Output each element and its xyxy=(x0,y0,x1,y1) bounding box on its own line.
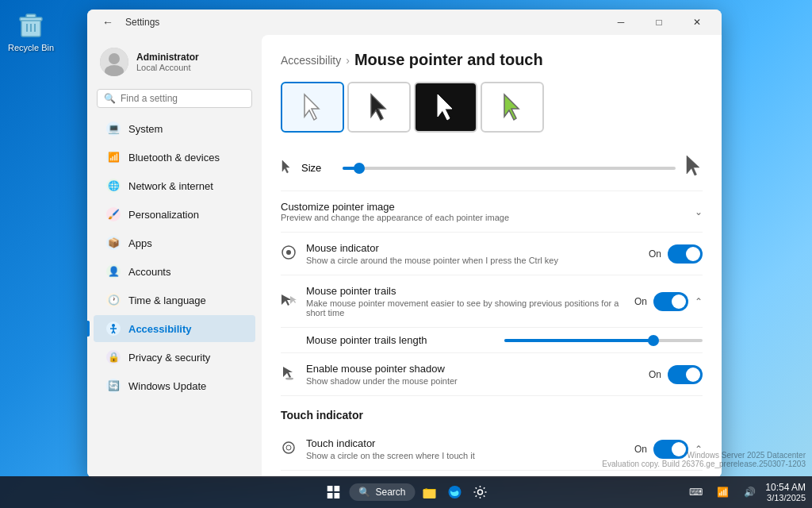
breadcrumb-separator: › xyxy=(346,54,350,67)
customize-chevron-icon: ⌄ xyxy=(695,206,703,217)
trail-length-slider-track[interactable] xyxy=(504,339,703,342)
trail-length-slider-thumb[interactable] xyxy=(648,335,659,346)
touch-indicator-desc: Show a circle on the screen where I touc… xyxy=(306,451,634,460)
svg-rect-29 xyxy=(334,486,339,491)
user-name: Administrator xyxy=(136,52,199,63)
search-box[interactable]: 🔍 xyxy=(97,89,252,108)
svg-point-9 xyxy=(112,324,115,327)
taskbar-settings[interactable] xyxy=(469,481,492,503)
nav-item-bluetooth[interactable]: 📶 Bluetooth & devices xyxy=(94,144,255,171)
nav-item-accounts[interactable]: 👤 Accounts xyxy=(94,258,255,285)
mouse-trails-icon xyxy=(281,294,297,310)
mouse-shadow-row: Enable mouse pointer shadow Show shadow … xyxy=(281,353,703,396)
svg-line-13 xyxy=(113,331,115,333)
svg-point-34 xyxy=(478,490,483,495)
nav-item-system[interactable]: 💻 System xyxy=(94,115,255,142)
window-controls: ─ □ ✕ xyxy=(603,10,715,35)
size-slider-track[interactable] xyxy=(343,167,676,170)
time-icon: 🕐 xyxy=(106,293,121,307)
pointer-style-custom[interactable] xyxy=(481,82,544,133)
nav-item-personalization[interactable]: 🖌️ Personalization xyxy=(94,201,255,228)
pointer-style-white[interactable] xyxy=(281,82,344,133)
start-button[interactable] xyxy=(320,479,346,505)
customize-pointer-header[interactable]: Customize pointer image Preview and chan… xyxy=(281,191,703,233)
breadcrumb-parent: Accessibility xyxy=(281,54,341,67)
mouse-trails-desc: Make mouse pointer movement easier to se… xyxy=(306,298,634,318)
mouse-trails-chevron-icon: ⌃ xyxy=(695,296,703,307)
sidebar: Administrator Local Account 🔍 💻 System 📶 xyxy=(87,35,262,478)
customize-desc: Preview and change the appearance of eac… xyxy=(281,213,509,222)
minimize-button[interactable]: ─ xyxy=(603,10,639,35)
size-label: Size xyxy=(301,162,333,174)
tray-network-icon[interactable]: 📶 xyxy=(711,481,733,503)
svg-rect-2 xyxy=(26,14,36,17)
taskbar-right: ⌨ 📶 🔊 10:54 AM 3/13/2025 xyxy=(684,481,806,503)
tray-sound-icon[interactable]: 🔊 xyxy=(738,481,760,503)
search-input[interactable] xyxy=(121,93,245,104)
size-row: Size xyxy=(281,145,703,191)
touch-indicator-info: Touch indicator Show a circle on the scr… xyxy=(306,437,634,460)
taskbar-search-label: Search xyxy=(375,487,405,498)
size-large-pointer-icon xyxy=(685,155,703,181)
tray-icon-1[interactable]: ⌨ xyxy=(684,481,707,503)
taskbar-search-icon: 🔍 xyxy=(358,487,370,498)
nav-item-network[interactable]: 🌐 Network & internet xyxy=(94,172,255,199)
nav-item-apps[interactable]: 📦 Apps xyxy=(94,229,255,256)
user-role: Local Account xyxy=(136,63,199,72)
svg-marker-19 xyxy=(687,156,699,175)
pointer-style-inverted[interactable] xyxy=(414,82,477,133)
personalization-icon: 🖌️ xyxy=(106,207,121,221)
mouse-trails-toggle[interactable] xyxy=(653,292,688,311)
svg-marker-23 xyxy=(290,296,297,304)
windows-update-icon: 🔄 xyxy=(106,379,121,393)
breadcrumb: Accessibility › Mouse pointer and touch xyxy=(281,51,703,69)
mouse-shadow-state: On xyxy=(649,369,661,380)
main-content: Accessibility › Mouse pointer and touch xyxy=(262,35,722,478)
nav-item-accessibility[interactable]: Accessibility xyxy=(94,315,255,342)
mouse-indicator-row: Mouse indicator Show a circle around the… xyxy=(281,233,703,275)
trail-length-slider-fill xyxy=(504,339,653,342)
mouse-indicator-icon xyxy=(281,245,297,263)
touch-section-title: Touch indicator xyxy=(281,409,703,421)
mouse-shadow-toggle[interactable] xyxy=(668,365,703,384)
clock-time: 10:54 AM xyxy=(765,482,806,493)
window-body: Administrator Local Account 🔍 💻 System 📶 xyxy=(87,35,722,478)
settings-window: ← Settings ─ □ ✕ xyxy=(87,10,722,478)
svg-point-21 xyxy=(286,250,291,255)
desktop: Recycle Bin ← Settings ─ □ ✕ xyxy=(0,0,812,508)
mouse-indicator-state: On xyxy=(649,248,661,260)
svg-marker-17 xyxy=(504,94,519,120)
clock-date: 3/13/2025 xyxy=(765,493,806,502)
trail-length-row: Mouse pointer trails length xyxy=(281,328,703,353)
breadcrumb-current: Mouse pointer and touch xyxy=(354,51,543,69)
svg-point-27 xyxy=(286,445,291,450)
mouse-indicator-toggle[interactable] xyxy=(668,244,703,264)
nav-item-windows-update[interactable]: 🔄 Windows Update xyxy=(94,372,255,399)
maximize-button[interactable]: □ xyxy=(641,10,677,35)
svg-point-26 xyxy=(283,442,294,453)
svg-point-7 xyxy=(109,53,120,64)
taskbar-edge[interactable] xyxy=(444,481,466,503)
mouse-indicator-desc: Show a circle around the mouse pointer w… xyxy=(306,256,649,265)
customize-label: Customize pointer image xyxy=(281,201,509,213)
size-slider-thumb[interactable] xyxy=(354,163,365,174)
recycle-bin-icon[interactable]: Recycle Bin xyxy=(8,8,54,52)
watermark: Windows Server 2025 Datacenter Evaluatio… xyxy=(602,451,806,468)
back-button[interactable]: ← xyxy=(97,11,119,33)
nav-item-privacy[interactable]: 🔒 Privacy & security xyxy=(94,344,255,371)
mouse-trails-row: Mouse pointer trails Make mouse pointer … xyxy=(281,275,703,328)
pointer-style-black[interactable] xyxy=(347,82,411,133)
svg-rect-31 xyxy=(334,493,339,498)
size-pointer-icon xyxy=(281,160,292,176)
window-title: Settings xyxy=(125,17,159,28)
taskbar-file-explorer[interactable] xyxy=(419,481,441,503)
nav-item-time[interactable]: 🕐 Time & language xyxy=(94,287,255,314)
mouse-trails-label: Mouse pointer trails xyxy=(306,285,634,297)
system-clock[interactable]: 10:54 AM 3/13/2025 xyxy=(765,482,806,502)
apps-icon: 📦 xyxy=(106,236,121,250)
svg-rect-28 xyxy=(327,486,332,491)
network-icon: 🌐 xyxy=(106,179,121,193)
mouse-trails-state: On xyxy=(634,296,647,307)
close-button[interactable]: ✕ xyxy=(679,10,715,35)
taskbar-search[interactable]: 🔍 Search xyxy=(349,483,415,501)
